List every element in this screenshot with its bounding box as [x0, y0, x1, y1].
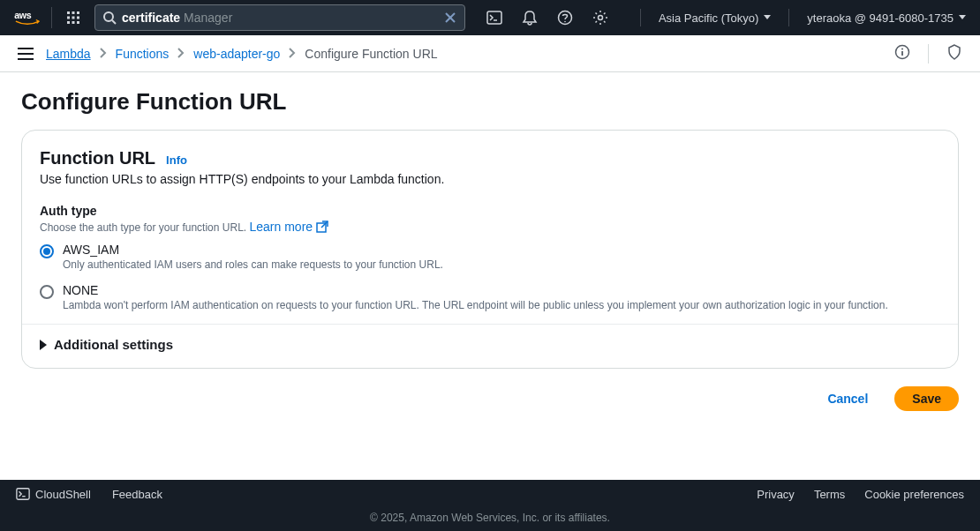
auth-type-help: Choose the auth type for your function U… — [40, 220, 940, 234]
function-url-card: Function URL Info Use function URLs to a… — [21, 130, 959, 369]
terms-link[interactable]: Terms — [814, 488, 845, 501]
breadcrumb-current: Configure Function URL — [305, 47, 437, 61]
search-typed-text: certificate — [122, 11, 180, 25]
cloudshell-link[interactable]: CloudShell — [16, 487, 91, 501]
action-row: Cancel Save — [21, 386, 959, 411]
search-input[interactable]: certificate Manager — [117, 11, 443, 25]
breadcrumb: Lambda Functions web-adapter-go Configur… — [46, 47, 438, 61]
radio-description: Only authenticated IAM users and roles c… — [63, 258, 443, 271]
breadcrumb-right — [894, 44, 962, 64]
user-menu[interactable]: yteraoka @ 9491-6080-1735 — [807, 11, 966, 25]
notifications-icon[interactable] — [522, 10, 538, 26]
hamburger-icon[interactable] — [18, 48, 34, 60]
card-title: Function URL — [40, 148, 155, 168]
svg-point-18 — [599, 16, 603, 20]
cloudshell-label: CloudShell — [35, 488, 91, 501]
auth-type-label: Auth type — [40, 204, 940, 218]
radio-aws-iam[interactable]: AWS_IAM Only authenticated IAM users and… — [40, 243, 940, 271]
region-label: Asia Pacific (Tokyo) — [659, 11, 758, 25]
auth-type-radio-group: AWS_IAM Only authenticated IAM users and… — [40, 243, 940, 311]
svg-rect-4 — [67, 17, 70, 19]
divider — [928, 44, 929, 64]
auth-help-text: Choose the auth type for your function U… — [40, 221, 246, 234]
footer: CloudShell Feedback Privacy Terms Cookie… — [0, 480, 980, 531]
main-content: Configure Function URL Function URL Info… — [0, 72, 980, 480]
aws-logo[interactable]: aws — [14, 7, 52, 28]
caret-right-icon — [40, 340, 47, 350]
footer-right: Privacy Terms Cookie preferences — [757, 488, 964, 501]
svg-rect-2 — [72, 11, 75, 14]
radio-button[interactable] — [40, 244, 54, 258]
top-nav-right: Asia Pacific (Tokyo) yteraoka @ 9491-608… — [640, 9, 966, 26]
privacy-link[interactable]: Privacy — [757, 488, 795, 501]
cloudshell-icon — [16, 487, 30, 501]
divider — [22, 324, 958, 325]
learn-more-text: Learn more — [249, 220, 313, 234]
shield-icon[interactable] — [946, 44, 962, 63]
radio-none[interactable]: NONE Lambda won't perform IAM authentica… — [40, 283, 940, 311]
breadcrumb-function-name[interactable]: web-adapter-go — [193, 47, 280, 61]
svg-rect-27 — [17, 489, 29, 499]
apps-grid-icon[interactable] — [66, 11, 80, 25]
svg-point-10 — [104, 12, 113, 21]
cookies-link[interactable]: Cookie preferences — [864, 488, 964, 501]
chevron-down-icon — [764, 15, 771, 20]
radio-label: NONE — [63, 283, 888, 297]
chevron-down-icon — [959, 15, 966, 20]
additional-settings-toggle[interactable]: Additional settings — [40, 337, 940, 352]
user-label: yteraoka @ 9491-6080-1735 — [807, 11, 954, 25]
search-suggestion-text: Manager — [180, 11, 232, 25]
clear-search-icon[interactable] — [443, 11, 457, 25]
settings-icon[interactable] — [592, 10, 608, 26]
search-container[interactable]: certificate Manager — [94, 4, 465, 31]
search-icon — [102, 11, 117, 25]
region-selector[interactable]: Asia Pacific (Tokyo) — [659, 11, 771, 25]
footer-copyright: © 2025, Amazon Web Services, Inc. or its… — [0, 508, 980, 531]
svg-point-23 — [901, 49, 903, 50]
svg-rect-7 — [67, 21, 70, 24]
additional-settings-label: Additional settings — [54, 337, 173, 352]
radio-description: Lambda won't perform IAM authentication … — [63, 299, 888, 311]
feedback-link[interactable]: Feedback — [112, 488, 162, 501]
breadcrumb-bar: Lambda Functions web-adapter-go Configur… — [0, 35, 980, 72]
cloudshell-icon[interactable] — [486, 10, 502, 26]
svg-line-26 — [321, 221, 328, 228]
radio-label: AWS_IAM — [63, 243, 443, 257]
chevron-right-icon — [289, 47, 296, 61]
info-link[interactable]: Info — [166, 153, 187, 167]
page-title: Configure Function URL — [21, 88, 959, 116]
divider — [788, 9, 789, 26]
svg-line-11 — [112, 20, 116, 24]
chevron-right-icon — [177, 47, 185, 61]
help-icon[interactable] — [557, 10, 573, 26]
svg-text:aws: aws — [14, 10, 31, 20]
svg-rect-1 — [67, 11, 70, 14]
cancel-button[interactable]: Cancel — [810, 386, 886, 411]
info-icon[interactable] — [894, 44, 910, 63]
chevron-right-icon — [100, 47, 107, 61]
svg-rect-3 — [77, 11, 79, 14]
top-nav-icons — [486, 10, 608, 26]
svg-rect-5 — [72, 17, 75, 19]
svg-rect-8 — [72, 21, 75, 24]
external-link-icon — [316, 221, 328, 233]
svg-point-17 — [564, 21, 566, 23]
svg-rect-6 — [77, 17, 79, 19]
breadcrumb-lambda[interactable]: Lambda — [46, 47, 91, 61]
footer-row: CloudShell Feedback Privacy Terms Cookie… — [0, 480, 980, 508]
card-header: Function URL Info — [40, 148, 940, 168]
top-nav: aws certificate Manager — [0, 0, 980, 35]
svg-rect-9 — [77, 21, 79, 24]
radio-button[interactable] — [40, 285, 54, 299]
breadcrumb-functions[interactable]: Functions — [116, 47, 170, 61]
svg-rect-14 — [487, 11, 501, 24]
divider — [640, 9, 641, 26]
learn-more-link[interactable]: Learn more — [249, 220, 328, 234]
card-description: Use function URLs to assign HTTP(S) endp… — [40, 172, 940, 186]
save-button[interactable]: Save — [894, 386, 959, 411]
